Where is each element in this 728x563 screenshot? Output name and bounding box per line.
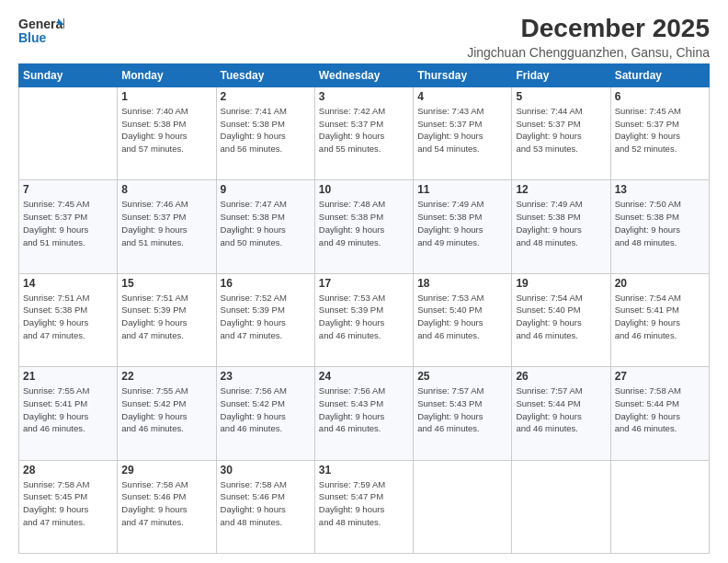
week-row-1: 1Sunrise: 7:40 AMSunset: 5:38 PMDaylight… (19, 86, 710, 179)
table-cell: 13Sunrise: 7:50 AMSunset: 5:38 PMDayligh… (610, 180, 709, 273)
day-number: 8 (121, 183, 211, 196)
day-number: 12 (516, 183, 606, 196)
day-info: Sunrise: 7:49 AMSunset: 5:38 PMDaylight:… (516, 198, 606, 248)
location: Jingchuan Chengguanzhen, Gansu, China (467, 45, 710, 60)
day-info: Sunrise: 7:57 AMSunset: 5:43 PMDaylight:… (417, 385, 507, 435)
table-cell: 22Sunrise: 7:55 AMSunset: 5:42 PMDayligh… (118, 367, 216, 460)
day-number: 6 (615, 90, 705, 103)
week-row-4: 21Sunrise: 7:55 AMSunset: 5:41 PMDayligh… (19, 367, 710, 460)
table-cell: 21Sunrise: 7:55 AMSunset: 5:41 PMDayligh… (19, 367, 118, 460)
page: General Blue December 2025 Jingchuan Che… (0, 0, 728, 563)
day-number: 25 (417, 370, 507, 383)
table-cell (610, 460, 709, 553)
day-number: 30 (221, 464, 311, 477)
header-row: Sunday Monday Tuesday Wednesday Thursday… (19, 63, 710, 86)
logo: General Blue (18, 15, 64, 50)
day-number: 16 (221, 277, 311, 290)
day-info: Sunrise: 7:54 AMSunset: 5:40 PMDaylight:… (516, 292, 606, 342)
day-info: Sunrise: 7:41 AMSunset: 5:38 PMDaylight:… (221, 105, 311, 155)
day-info: Sunrise: 7:58 AMSunset: 5:46 PMDaylight:… (221, 478, 311, 529)
day-info: Sunrise: 7:54 AMSunset: 5:41 PMDaylight:… (615, 292, 705, 342)
table-cell (512, 460, 610, 553)
table-cell: 2Sunrise: 7:41 AMSunset: 5:38 PMDaylight… (216, 86, 314, 179)
day-number: 11 (417, 183, 507, 196)
table-cell: 9Sunrise: 7:47 AMSunset: 5:38 PMDaylight… (216, 180, 314, 273)
day-number: 13 (615, 183, 705, 196)
day-number: 15 (121, 277, 211, 290)
table-cell: 7Sunrise: 7:45 AMSunset: 5:37 PMDaylight… (19, 180, 118, 273)
day-number: 23 (221, 370, 311, 383)
table-cell: 15Sunrise: 7:51 AMSunset: 5:39 PMDayligh… (118, 273, 216, 366)
day-info: Sunrise: 7:58 AMSunset: 5:46 PMDaylight:… (121, 478, 211, 529)
table-cell: 23Sunrise: 7:56 AMSunset: 5:42 PMDayligh… (216, 367, 314, 460)
day-info: Sunrise: 7:58 AMSunset: 5:44 PMDaylight:… (615, 385, 705, 435)
table-cell: 16Sunrise: 7:52 AMSunset: 5:39 PMDayligh… (216, 273, 314, 366)
table-cell: 5Sunrise: 7:44 AMSunset: 5:37 PMDaylight… (512, 86, 610, 179)
table-cell: 8Sunrise: 7:46 AMSunset: 5:37 PMDaylight… (118, 180, 216, 273)
table-cell: 1Sunrise: 7:40 AMSunset: 5:38 PMDaylight… (118, 86, 216, 179)
day-number: 21 (23, 370, 113, 383)
day-number: 27 (615, 370, 705, 383)
day-number: 28 (23, 464, 113, 477)
table-cell: 10Sunrise: 7:48 AMSunset: 5:38 PMDayligh… (314, 180, 413, 273)
day-info: Sunrise: 7:55 AMSunset: 5:42 PMDaylight:… (121, 385, 211, 435)
title-block: December 2025 Jingchuan Chengguanzhen, G… (467, 15, 710, 60)
day-info: Sunrise: 7:48 AMSunset: 5:38 PMDaylight:… (319, 198, 409, 248)
day-info: Sunrise: 7:51 AMSunset: 5:38 PMDaylight:… (23, 292, 113, 342)
week-row-5: 28Sunrise: 7:58 AMSunset: 5:45 PMDayligh… (19, 460, 710, 553)
col-sunday: Sunday (19, 63, 118, 86)
day-info: Sunrise: 7:52 AMSunset: 5:39 PMDaylight:… (221, 292, 311, 342)
day-number: 29 (121, 464, 211, 477)
table-cell: 26Sunrise: 7:57 AMSunset: 5:44 PMDayligh… (512, 367, 610, 460)
col-monday: Monday (118, 63, 216, 86)
day-number: 5 (516, 90, 606, 103)
day-info: Sunrise: 7:49 AMSunset: 5:38 PMDaylight:… (417, 198, 507, 248)
day-number: 17 (319, 277, 409, 290)
day-number: 4 (417, 90, 507, 103)
week-row-2: 7Sunrise: 7:45 AMSunset: 5:37 PMDaylight… (19, 180, 710, 273)
calendar-table: Sunday Monday Tuesday Wednesday Thursday… (18, 63, 710, 554)
table-cell: 11Sunrise: 7:49 AMSunset: 5:38 PMDayligh… (414, 180, 512, 273)
table-cell: 19Sunrise: 7:54 AMSunset: 5:40 PMDayligh… (512, 273, 610, 366)
table-cell: 6Sunrise: 7:45 AMSunset: 5:37 PMDaylight… (610, 86, 709, 179)
day-info: Sunrise: 7:46 AMSunset: 5:37 PMDaylight:… (121, 198, 211, 248)
day-info: Sunrise: 7:50 AMSunset: 5:38 PMDaylight:… (615, 198, 705, 248)
day-number: 18 (417, 277, 507, 290)
col-thursday: Thursday (414, 63, 512, 86)
svg-text:Blue: Blue (18, 30, 47, 45)
day-number: 14 (23, 277, 113, 290)
table-cell: 24Sunrise: 7:56 AMSunset: 5:43 PMDayligh… (314, 367, 413, 460)
col-wednesday: Wednesday (314, 63, 413, 86)
table-cell: 3Sunrise: 7:42 AMSunset: 5:37 PMDaylight… (314, 86, 413, 179)
col-friday: Friday (512, 63, 610, 86)
day-number: 20 (615, 277, 705, 290)
day-number: 22 (121, 370, 211, 383)
day-info: Sunrise: 7:43 AMSunset: 5:37 PMDaylight:… (417, 105, 507, 155)
day-info: Sunrise: 7:42 AMSunset: 5:37 PMDaylight:… (319, 105, 409, 155)
week-row-3: 14Sunrise: 7:51 AMSunset: 5:38 PMDayligh… (19, 273, 710, 366)
day-info: Sunrise: 7:53 AMSunset: 5:39 PMDaylight:… (319, 292, 409, 342)
table-cell: 31Sunrise: 7:59 AMSunset: 5:47 PMDayligh… (314, 460, 413, 553)
day-number: 3 (319, 90, 409, 103)
table-cell: 27Sunrise: 7:58 AMSunset: 5:44 PMDayligh… (610, 367, 709, 460)
table-cell: 17Sunrise: 7:53 AMSunset: 5:39 PMDayligh… (314, 273, 413, 366)
day-number: 2 (221, 90, 311, 103)
month-title: December 2025 (467, 15, 710, 43)
table-cell: 12Sunrise: 7:49 AMSunset: 5:38 PMDayligh… (512, 180, 610, 273)
table-cell: 30Sunrise: 7:58 AMSunset: 5:46 PMDayligh… (216, 460, 314, 553)
table-cell: 29Sunrise: 7:58 AMSunset: 5:46 PMDayligh… (118, 460, 216, 553)
table-cell: 18Sunrise: 7:53 AMSunset: 5:40 PMDayligh… (414, 273, 512, 366)
day-info: Sunrise: 7:51 AMSunset: 5:39 PMDaylight:… (121, 292, 211, 342)
day-number: 1 (121, 90, 211, 103)
day-number: 24 (319, 370, 409, 383)
day-number: 9 (221, 183, 311, 196)
day-info: Sunrise: 7:45 AMSunset: 5:37 PMDaylight:… (615, 105, 705, 155)
day-info: Sunrise: 7:55 AMSunset: 5:41 PMDaylight:… (23, 385, 113, 435)
col-tuesday: Tuesday (216, 63, 314, 86)
day-info: Sunrise: 7:56 AMSunset: 5:42 PMDaylight:… (221, 385, 311, 435)
day-number: 26 (516, 370, 606, 383)
logo-svg: General Blue (18, 15, 64, 50)
header: General Blue December 2025 Jingchuan Che… (18, 15, 710, 60)
col-saturday: Saturday (610, 63, 709, 86)
day-number: 31 (319, 464, 409, 477)
